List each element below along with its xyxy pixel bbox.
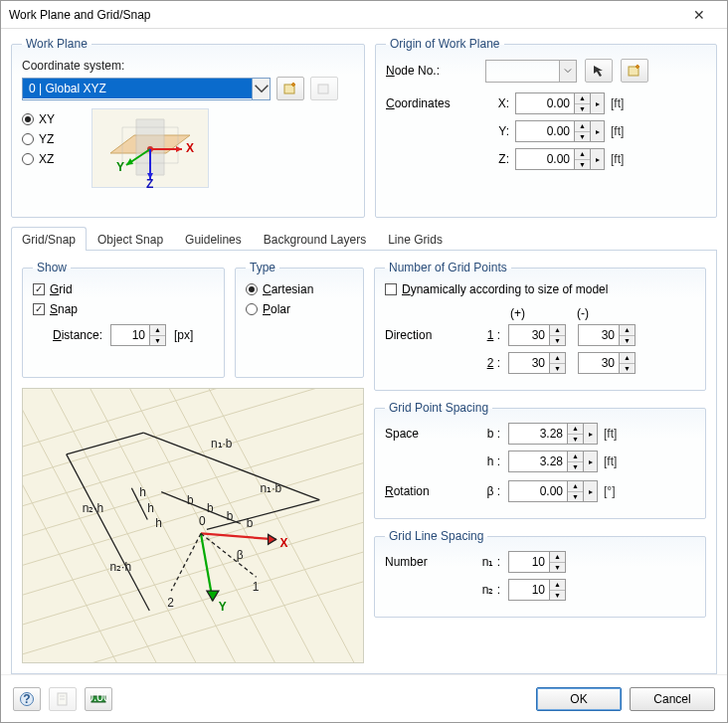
window-title: Work Plane and Grid/Snap <box>9 8 679 22</box>
distance-input[interactable] <box>110 324 150 346</box>
svg-line-41 <box>171 533 201 591</box>
group-type: Type Cartesian Polar <box>235 261 364 378</box>
unit-label: [px] <box>174 328 193 342</box>
cancel-button[interactable]: Cancel <box>630 687 715 711</box>
plane-radios: XY YZ XZ <box>22 112 55 166</box>
radio-yz[interactable]: YZ <box>22 132 55 146</box>
node-no-label: Node No.: <box>386 64 477 78</box>
unit-label: [ft] <box>611 96 624 110</box>
radio-cartesian[interactable]: Cartesian <box>246 282 353 296</box>
svg-marker-7 <box>176 146 182 152</box>
dir2-plus-spinner[interactable]: ▲▼ <box>508 352 566 374</box>
legend-gps: Grid Point Spacing <box>385 401 492 415</box>
unit-label: [°] <box>604 484 615 498</box>
tab-body: Show ✓Grid ✓Snap Distance: ▲▼ [px] Type … <box>11 251 717 674</box>
pick-node-button[interactable] <box>585 59 613 83</box>
svg-text:b: b <box>227 509 234 523</box>
axis-x-label: X: <box>481 96 509 110</box>
dir2-label: 2 : <box>470 356 500 370</box>
b-spinner[interactable]: ▲▼▸ <box>508 423 598 445</box>
coord-y-spinner[interactable]: ▲▼▸ <box>515 120 605 142</box>
svg-text:n₂·h: n₂·h <box>83 501 104 515</box>
svg-marker-37 <box>269 534 276 544</box>
node-no-combo[interactable] <box>485 60 577 83</box>
coordinate-system-combo[interactable]: 0 | Global XYZ <box>22 78 271 100</box>
n1-spinner[interactable]: ▲▼ <box>508 551 566 573</box>
distance-label: Distance: <box>53 328 102 342</box>
svg-text:Y: Y <box>219 600 227 614</box>
titlebar: Work Plane and Grid/Snap ✕ <box>1 1 727 29</box>
check-grid[interactable]: ✓Grid <box>33 282 214 296</box>
grid-diagram: 0 X Y 1 2 β n₁·b n₁·b n₂·h n₂·h hhh bbbb <box>22 388 364 663</box>
new-coordinate-system-button[interactable] <box>276 77 304 100</box>
check-snap[interactable]: ✓Snap <box>33 302 214 316</box>
radio-dot-icon <box>22 153 34 165</box>
notes-button[interactable] <box>49 687 77 711</box>
beta-spinner[interactable]: ▲▼▸ <box>508 480 598 502</box>
tab-object-snap[interactable]: Object Snap <box>87 227 174 251</box>
checkbox-icon <box>385 283 397 295</box>
content-area: Work Plane Coordinate system: 0 | Global… <box>1 29 727 674</box>
tab-guidelines[interactable]: Guidelines <box>174 227 253 251</box>
check-dynamic[interactable]: Dynamically according to size of model <box>385 282 695 296</box>
axis-z-label: Z: <box>481 152 509 166</box>
new-node-button[interactable] <box>621 59 648 83</box>
unit-label: [ft] <box>611 124 624 138</box>
chevron-down-icon[interactable] <box>559 61 576 82</box>
unit-label: [ft] <box>604 427 617 441</box>
group-grid-line-spacing: Grid Line Spacing Number n₁ : ▲▼ n₂ : ▲▼ <box>374 529 706 618</box>
radio-polar[interactable]: Polar <box>246 302 353 316</box>
radio-dot-icon <box>22 133 34 145</box>
n2-spinner[interactable]: ▲▼ <box>508 579 566 601</box>
svg-line-23 <box>23 541 363 659</box>
dir1-plus-spinner[interactable]: ▲▼ <box>508 324 566 346</box>
close-icon[interactable]: ✕ <box>679 7 719 23</box>
coordinate-system-value: 0 | Global XYZ <box>23 79 252 98</box>
svg-line-19 <box>23 423 363 541</box>
svg-text:1: 1 <box>253 580 260 594</box>
radio-xy[interactable]: XY <box>22 112 55 126</box>
help-button[interactable]: ? <box>13 687 41 711</box>
space-label: Space <box>385 427 470 441</box>
beta-label: β : <box>470 484 500 498</box>
coord-x-input[interactable] <box>515 92 575 114</box>
tab-background-layers[interactable]: Background Layers <box>253 227 377 251</box>
radio-xz[interactable]: XZ <box>22 152 55 166</box>
coordinates-label: Coordinates <box>386 96 481 110</box>
axis-y-label: Y: <box>481 124 509 138</box>
coord-x-spinner[interactable]: ▲▼▸ <box>515 92 605 114</box>
svg-line-29 <box>201 389 363 662</box>
dir2-minus-spinner[interactable]: ▲▼ <box>578 352 636 374</box>
svg-rect-1 <box>318 85 328 93</box>
ok-button[interactable]: OK <box>536 687 622 711</box>
coord-z-spinner[interactable]: ▲▼▸ <box>515 148 605 170</box>
group-show: Show ✓Grid ✓Snap Distance: ▲▼ [px] <box>22 261 225 378</box>
number-label: Number <box>385 555 470 569</box>
legend-gls: Grid Line Spacing <box>385 529 487 543</box>
svg-text:n₁·b: n₁·b <box>261 481 282 495</box>
svg-text:b: b <box>247 516 254 530</box>
coord-y-input[interactable] <box>515 120 575 142</box>
svg-line-33 <box>207 500 319 530</box>
edit-coordinate-system-button[interactable] <box>310 77 338 100</box>
h-spinner[interactable]: ▲▼▸ <box>508 451 598 472</box>
legend-ngp: Number of Grid Points <box>385 261 511 274</box>
tab-grid-snap[interactable]: Grid/Snap <box>11 227 87 251</box>
svg-line-22 <box>23 512 363 631</box>
coordinate-system-label: Coordinate system: <box>22 59 354 73</box>
checkbox-icon: ✓ <box>33 303 45 315</box>
group-work-plane: Work Plane Coordinate system: 0 | Global… <box>11 37 365 218</box>
svg-text:2: 2 <box>167 596 174 610</box>
n1-label: n₁ : <box>470 555 500 569</box>
units-button[interactable]: 0.00 <box>85 687 112 711</box>
chevron-down-icon[interactable] <box>252 79 270 99</box>
coord-z-input[interactable] <box>515 148 575 170</box>
radio-dot-icon <box>246 283 258 295</box>
dir1-minus-spinner[interactable]: ▲▼ <box>578 324 636 346</box>
tab-line-grids[interactable]: Line Grids <box>377 227 454 251</box>
unit-label: [ft] <box>604 454 617 468</box>
legend-type: Type <box>246 261 279 274</box>
svg-text:X: X <box>279 536 287 550</box>
distance-spinner[interactable]: ▲▼ <box>110 324 166 346</box>
dir1-label: 1 : <box>470 328 500 342</box>
